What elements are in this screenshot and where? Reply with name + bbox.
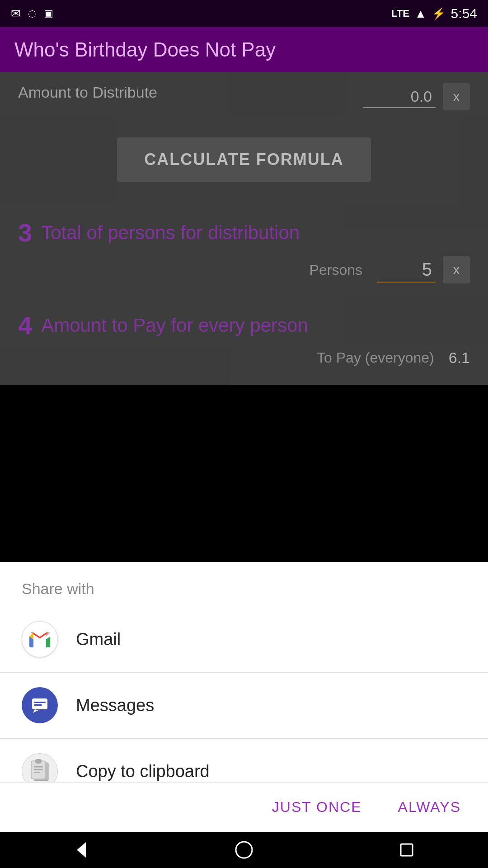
status-bar-right: LTE ▲ ⚡ 5:54 xyxy=(391,6,477,21)
always-button[interactable]: ALWAYS xyxy=(389,793,470,821)
section-3-number: 3 xyxy=(18,218,32,247)
amount-distribute-label: Amount to Distribute xyxy=(18,84,157,101)
to-pay-value: 6.1 xyxy=(449,349,470,367)
just-once-button[interactable]: JUST ONCE xyxy=(263,793,371,821)
recents-button[interactable] xyxy=(395,839,418,861)
bottom-buttons-bar: JUST ONCE ALWAYS xyxy=(0,782,488,832)
gmail-status-icon: ✉ xyxy=(11,7,21,21)
status-bar-left: ✉ ◌ ▣ xyxy=(11,7,53,21)
app-title: Who's Birthday Does Not Pay xyxy=(14,38,276,61)
section-3: 3 Total of persons for distribution Pers… xyxy=(0,204,488,297)
sync-status-icon: ◌ xyxy=(28,8,37,19)
status-bar: ✉ ◌ ▣ LTE ▲ ⚡ 5:54 xyxy=(0,0,488,27)
share-messages-item[interactable]: Messages xyxy=(0,673,488,738)
messages-share-label: Messages xyxy=(76,696,154,715)
section-amount: Amount to Distribute x xyxy=(0,72,488,115)
amount-clear-button[interactable]: x xyxy=(443,83,470,110)
to-pay-label: To Pay (everyone) xyxy=(317,349,434,366)
messages-share-icon xyxy=(22,687,58,723)
battery-icon: ⚡ xyxy=(432,7,446,20)
persons-clear-button[interactable]: x xyxy=(443,256,470,283)
gmail-share-icon xyxy=(22,621,58,657)
calculate-section: CALCULATE FORMULA xyxy=(0,115,488,204)
home-button[interactable] xyxy=(233,839,255,861)
gmail-share-label: Gmail xyxy=(76,630,121,649)
signal-icon: ▲ xyxy=(415,7,427,21)
sd-status-icon: ▣ xyxy=(44,8,53,19)
persons-input[interactable] xyxy=(377,258,436,283)
svg-rect-6 xyxy=(36,760,41,763)
svg-rect-0 xyxy=(32,698,47,709)
svg-rect-9 xyxy=(34,772,40,773)
svg-rect-12 xyxy=(401,844,413,856)
app-header: Who's Birthday Does Not Pay xyxy=(0,27,488,72)
svg-rect-2 xyxy=(34,704,42,706)
persons-label: Persons xyxy=(310,262,362,278)
clipboard-share-label: Copy to clipboard xyxy=(76,762,210,781)
lte-indicator: LTE xyxy=(391,8,409,19)
amount-input[interactable] xyxy=(363,86,436,108)
svg-rect-8 xyxy=(34,769,43,770)
svg-rect-7 xyxy=(34,766,43,768)
section-3-title: Total of persons for distribution xyxy=(41,222,300,244)
share-gmail-item[interactable]: Gmail xyxy=(0,607,488,672)
calculate-formula-button[interactable]: CALCULATE FORMULA xyxy=(117,137,371,182)
svg-marker-10 xyxy=(77,842,86,858)
svg-point-11 xyxy=(236,842,252,858)
clock: 5:54 xyxy=(451,6,477,21)
nav-bar xyxy=(0,832,488,868)
section-4-title: Amount to Pay for every person xyxy=(41,315,308,336)
share-with-label: Share with xyxy=(0,562,488,607)
svg-marker-3 xyxy=(33,709,38,713)
back-button[interactable] xyxy=(70,839,93,861)
section-4: 4 Amount to Pay for every person To Pay … xyxy=(0,297,488,385)
section-4-number: 4 xyxy=(18,311,32,340)
svg-rect-1 xyxy=(34,702,46,703)
